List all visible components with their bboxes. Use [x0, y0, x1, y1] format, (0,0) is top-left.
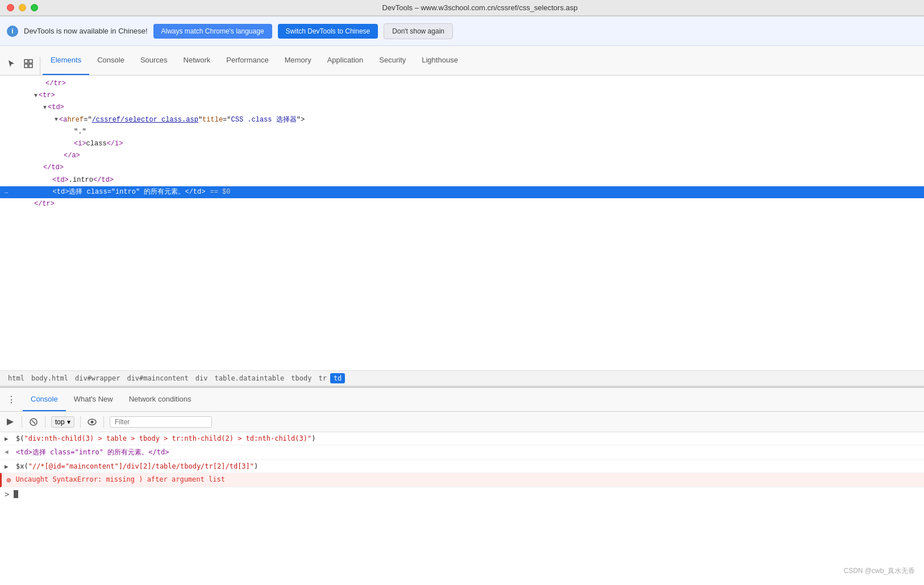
- bottom-panel: ⋮ Console What's New Network conditions: [0, 386, 924, 585]
- switch-chinese-button[interactable]: Switch DevTools to Chinese: [278, 24, 378, 39]
- console-line-input-1: $("div:nth-child(3) > table > tbody > tr…: [0, 432, 924, 445]
- tab-console[interactable]: Console: [89, 46, 132, 75]
- title-bar: DevTools – www.w3school.com.cn/cssref/cs…: [0, 0, 924, 16]
- svg-rect-0: [24, 60, 28, 63]
- dom-line[interactable]: ▼ <a href="/cssref/selector_class.asp" t…: [0, 114, 924, 126]
- dom-line[interactable]: </a>: [0, 150, 924, 162]
- breadcrumb-item-tbody[interactable]: tbody: [288, 373, 315, 383]
- breadcrumb-item-div[interactable]: div: [192, 373, 211, 383]
- inspect-icon[interactable]: [22, 57, 35, 70]
- console-input-line[interactable]: >: [0, 487, 924, 501]
- tab-sources[interactable]: Sources: [132, 46, 176, 75]
- eye-icon[interactable]: [86, 416, 98, 428]
- minimize-button[interactable]: [19, 4, 26, 11]
- info-message: DevTools is now available in Chinese!: [24, 27, 148, 35]
- console-prompt: >: [5, 490, 9, 499]
- bottom-tab-console[interactable]: Console: [23, 388, 66, 411]
- arrow-left-icon: [5, 448, 11, 456]
- tab-icon-group: [2, 57, 40, 75]
- console-result-1: <td>选择 class="intro" 的所有元素。</td>: [16, 448, 919, 457]
- bottom-tab-menu-icon[interactable]: ⋮: [5, 393, 18, 407]
- dom-line-selected[interactable]: … <td>选择 class="intro" 的所有元素。</td> == $0: [0, 186, 924, 198]
- console-line-error: ⊗ Uncaught SyntaxError: missing ) after …: [0, 473, 924, 487]
- dom-line[interactable]: </td>: [0, 162, 924, 174]
- svg-rect-1: [29, 60, 32, 63]
- console-code-1: $("div:nth-child(3) > table > tbody > tr…: [16, 434, 919, 442]
- tab-application[interactable]: Application: [319, 46, 372, 75]
- context-label: top: [55, 418, 65, 426]
- breadcrumb-item-wrapper[interactable]: div#wrapper: [72, 373, 123, 383]
- console-line-output-1: <td>选择 class="intro" 的所有元素。</td>: [0, 445, 924, 460]
- tab-network[interactable]: Network: [176, 46, 219, 75]
- execute-script-icon[interactable]: [5, 416, 16, 428]
- match-language-button[interactable]: Always match Chrome's language: [153, 24, 272, 39]
- bottom-tabs-bar: ⋮ Console What's New Network conditions: [0, 388, 924, 412]
- tab-performance[interactable]: Performance: [218, 46, 276, 75]
- breadcrumb-item-maincontent[interactable]: div#maincontent: [123, 373, 192, 383]
- console-code-2: $x("//*[@id="maincontent"]/div[2]/table/…: [16, 462, 919, 470]
- console-filter-input[interactable]: [110, 416, 212, 428]
- svg-rect-2: [24, 64, 28, 68]
- main-tabs-bar: Elements Console Sources Network Perform…: [0, 46, 924, 76]
- svg-line-6: [32, 420, 35, 424]
- arrow-right-icon: [5, 435, 11, 442]
- window-title: DevTools – www.w3school.com.cn/cssref/cs…: [43, 3, 917, 12]
- breadcrumb: html body.html div#wrapper div#mainconte…: [0, 370, 924, 386]
- error-icon: ⊗: [6, 475, 11, 484]
- clear-console-icon[interactable]: [28, 416, 39, 428]
- cursor-icon[interactable]: [5, 57, 18, 70]
- watermark: CSDN @cwb_真水无香: [843, 566, 915, 576]
- svg-point-8: [90, 420, 93, 423]
- dom-line[interactable]: </tr>: [0, 198, 924, 210]
- tab-memory[interactable]: Memory: [277, 46, 319, 75]
- svg-rect-3: [29, 64, 32, 68]
- tab-lighthouse[interactable]: Lighthouse: [414, 46, 466, 75]
- console-toolbar: top ▾: [0, 412, 924, 432]
- dom-line[interactable]: <td>.intro</td>: [0, 174, 924, 186]
- dont-show-button[interactable]: Don't show again: [384, 23, 453, 39]
- dom-line[interactable]: <i>class</i>: [0, 138, 924, 150]
- context-selector[interactable]: top ▾: [51, 416, 74, 428]
- chevron-down-icon: ▾: [67, 418, 70, 426]
- dom-line[interactable]: ▶ </tr>: [0, 78, 924, 90]
- dom-line[interactable]: ▼ <td>: [0, 102, 924, 114]
- breadcrumb-item-body[interactable]: body.html: [28, 373, 72, 383]
- dom-line[interactable]: ".": [0, 126, 924, 138]
- tab-security[interactable]: Security: [371, 46, 414, 75]
- breadcrumb-item-tr[interactable]: tr: [315, 373, 330, 383]
- console-cursor: [14, 490, 18, 498]
- maximize-button[interactable]: [31, 4, 38, 11]
- breadcrumb-item-html[interactable]: html: [5, 373, 28, 383]
- arrow-right-icon-2: [5, 463, 11, 470]
- console-line-input-2: $x("//*[@id="maincontent"]/div[2]/table/…: [0, 460, 924, 473]
- breadcrumb-item-table[interactable]: table.dataintable: [211, 373, 288, 383]
- elements-panel: ▶ </tr> ▼ <tr> ▼ <td> ▼ <a href="/cssref…: [0, 76, 924, 386]
- console-error-text: Uncaught SyntaxError: missing ) after ar…: [15, 475, 224, 483]
- bottom-tab-whatsnew[interactable]: What's New: [66, 388, 121, 411]
- info-icon: i: [7, 26, 18, 37]
- dom-tree: ▶ </tr> ▼ <tr> ▼ <td> ▼ <a href="/cssref…: [0, 76, 924, 370]
- tab-elements[interactable]: Elements: [43, 46, 89, 75]
- console-output: $("div:nth-child(3) > table > tbody > tr…: [0, 432, 924, 585]
- svg-marker-4: [7, 419, 14, 425]
- devtools-panel: i DevTools is now available in Chinese! …: [0, 16, 924, 585]
- breadcrumb-item-td[interactable]: td: [330, 373, 345, 383]
- bottom-tab-network-conditions[interactable]: Network conditions: [121, 388, 199, 411]
- info-bar: i DevTools is now available in Chinese! …: [0, 16, 924, 46]
- close-button[interactable]: [7, 4, 14, 11]
- dom-line[interactable]: ▼ <tr>: [0, 90, 924, 102]
